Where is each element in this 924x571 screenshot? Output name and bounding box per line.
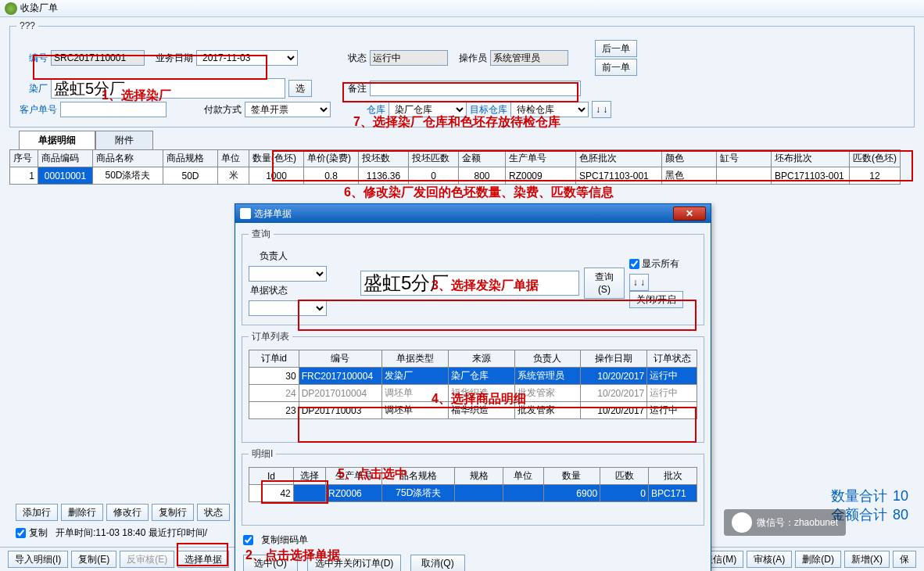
operator-label: 操作员 <box>459 52 487 65</box>
detail-grid-inner[interactable]: Id选择生产单号品名规格规格单位数量匹数批次 42RZ000675D涤塔夫690… <box>249 467 697 502</box>
prev-bill-button[interactable]: 前一单 <box>595 59 637 76</box>
add-button[interactable]: 新增(X) <box>844 551 890 568</box>
search-button[interactable]: 查询(S) <box>584 268 625 299</box>
dialog-icon <box>240 208 251 219</box>
row-edit-buttons: 添加行 删除行 修改行 复制行 状态 <box>16 504 230 521</box>
bill-status-label: 单据状态 <box>249 284 288 297</box>
app-icon <box>5 2 17 15</box>
remark-label: 备注 <box>348 82 367 95</box>
operator-input <box>490 50 568 66</box>
search-input[interactable] <box>360 271 579 296</box>
tab-attach[interactable]: 附件 <box>95 131 153 149</box>
pay-method-select[interactable]: 签单开票 <box>245 102 331 117</box>
del-row-button[interactable]: 删除行 <box>61 504 103 521</box>
detail-grid-header: Id选择生产单号品名规格规格单位数量匹数批次 <box>249 468 697 485</box>
dlg-select-close-button[interactable]: 选中并关闭订单(D) <box>307 555 401 571</box>
remark-input[interactable] <box>370 81 581 96</box>
order-list-row[interactable]: 23DP201710003调坯单福华织造批发管家10/20/2017运行中 <box>249 402 697 419</box>
detail-fieldset: 明细I Id选择生产单号品名规格规格单位数量匹数批次 42RZ000675D涤塔… <box>242 447 704 526</box>
wechat-icon <box>732 512 752 533</box>
tab-bar: 单据明细 附件 <box>19 131 924 149</box>
cust-order-input[interactable] <box>60 102 167 117</box>
copy-button[interactable]: 复制(E) <box>71 551 116 568</box>
status-input <box>370 50 448 66</box>
header-fieldset: ??? 编号 业务日期 2017-11-03 状态 操作员 后一单 前一单 染厂… <box>9 20 915 127</box>
copy-checkbox[interactable] <box>16 528 26 538</box>
unaudit-button: 反审核(E) <box>120 551 174 568</box>
cust-order-label: 客户单号 <box>16 103 57 117</box>
show-all-label: 显示所有 <box>642 258 679 269</box>
detail-legend: 明细I <box>249 447 276 461</box>
detail-grid[interactable]: 序号商品编码商品名称商品规格单位数量(色坯)单价(染费)投坯数投坯匹数金额生产单… <box>9 149 901 185</box>
target-wh-select[interactable]: 待检仓库 <box>510 102 589 117</box>
detail-grid-row[interactable]: 42RZ000675D涤塔夫69000BPC171 <box>249 485 697 502</box>
select-bill-button[interactable]: 选择单据 <box>177 551 229 568</box>
select-bill-dialog: 选择单据 ✕ 查询 负责人 单据状态 查询(S) 显示所有 ↓ ↓ 关闭/开启 … <box>235 203 711 571</box>
order-list-legend: 订单列表 <box>249 330 292 343</box>
grid-header-row: 序号商品编码商品名称商品规格单位数量(色坯)单价(染费)投坯数投坯匹数金额生产单… <box>10 150 901 167</box>
order-list-row[interactable]: 30FRC2017100004发染厂染厂仓库系统管理员10/20/2017运行中 <box>249 368 697 385</box>
window-title: 收染厂单 <box>20 2 58 15</box>
status-label: 状态 <box>348 52 367 65</box>
copy-detail-label: 复制细码单 <box>261 533 308 547</box>
query-fieldset: 查询 负责人 单据状态 查询(S) 显示所有 ↓ ↓ 关闭/开启 <box>242 228 704 325</box>
select-factory-button[interactable]: 选 <box>288 80 312 97</box>
copy-chk-label: 复制 <box>29 526 48 540</box>
target-wh-label: 目标仓库 <box>470 103 507 117</box>
owner-select[interactable] <box>249 266 327 282</box>
order-list-header: 订单id编号单据类型来源负责人操作日期订单状态 <box>249 350 697 368</box>
dlg-cancel-button[interactable]: 取消(Q) <box>410 555 465 571</box>
reorder-arrows[interactable]: ↓ ↓ <box>592 101 611 118</box>
close-icon[interactable]: ✕ <box>673 206 706 221</box>
status-button[interactable]: 状态 <box>197 504 230 521</box>
audit-button[interactable]: 审核(A) <box>747 551 792 568</box>
save-button[interactable]: 保 <box>893 551 916 568</box>
biz-date-label: 业务日期 <box>156 52 193 65</box>
bill-no-input <box>51 50 145 66</box>
import-detail-button[interactable]: 导入明细(I) <box>8 551 68 568</box>
copy-row-button[interactable]: 复制行 <box>152 504 194 521</box>
bill-status-select[interactable] <box>249 300 327 316</box>
close-open-button[interactable]: 关闭/开启 <box>629 291 683 308</box>
dialog-titlebar[interactable]: 选择单据 ✕ <box>235 204 711 223</box>
dye-factory-label: 染厂 <box>16 82 48 95</box>
tab-detail[interactable]: 单据明细 <box>19 131 95 149</box>
dlg-arrows[interactable]: ↓ ↓ <box>629 274 649 291</box>
warehouse-label: 仓库 <box>367 103 385 117</box>
delete-button[interactable]: 删除(D) <box>795 551 841 568</box>
wechat-watermark: 微信号：zhaobunet <box>724 509 846 536</box>
dlg-select-button[interactable]: 选中(O) <box>243 555 298 571</box>
bill-no-label: 编号 <box>16 52 48 65</box>
dialog-title-text: 选择单据 <box>254 207 292 221</box>
wechat-text: 微信号：zhaobunet <box>757 516 838 530</box>
order-list-fieldset: 订单列表 订单id编号单据类型来源负责人操作日期订单状态 30FRC201710… <box>242 330 704 443</box>
order-list-grid[interactable]: 订单id编号单据类型来源负责人操作日期订单状态 30FRC2017100004发… <box>249 350 697 419</box>
mod-row-button[interactable]: 修改行 <box>106 504 149 521</box>
next-bill-button[interactable]: 后一单 <box>595 40 637 57</box>
owner-label: 负责人 <box>249 250 288 263</box>
copy-detail-checkbox[interactable] <box>243 535 253 545</box>
grid-row[interactable]: 1 00010001 50D涤塔夫 50D 米 1000 0.8 1136.36… <box>10 167 901 185</box>
dye-factory-input[interactable] <box>51 78 285 99</box>
add-row-button[interactable]: 添加行 <box>16 504 58 521</box>
query-legend: 查询 <box>249 228 274 241</box>
open-time-text: 开单时间:11-03 18:40 最近打印时间/ <box>56 526 207 540</box>
pay-method-label: 付款方式 <box>204 103 242 117</box>
window-titlebar: 收染厂单 <box>0 0 924 17</box>
show-all-checkbox[interactable] <box>629 259 639 269</box>
warehouse-select[interactable]: 染厂仓库 <box>389 102 467 117</box>
order-list-row[interactable]: 24DP2017010004调坯单福华织造批发管家10/20/2017运行中 <box>249 385 697 402</box>
annot-6: 6、修改染厂发回的色坯数量、染费、匹数等信息 <box>344 185 614 201</box>
biz-date-select[interactable]: 2017-11-03 <box>196 50 298 66</box>
header-legend: ??? <box>16 20 38 31</box>
